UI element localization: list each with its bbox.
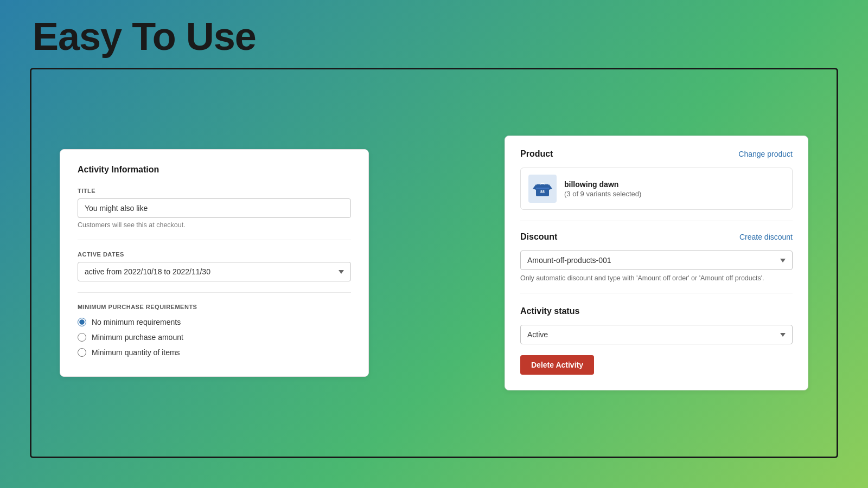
min-purchase-label: MINIMUM PURCHASE REQUIREMENTS <box>78 304 351 310</box>
radio-min-amount-input[interactable] <box>78 333 86 342</box>
product-info: billowing dawn (3 of 9 variants selected… <box>564 180 641 198</box>
delete-activity-button[interactable]: Delete Activity <box>520 355 594 375</box>
create-discount-button[interactable]: Create discount <box>739 233 793 241</box>
activity-info-title: Activity Information <box>78 165 351 175</box>
discount-note: Only automatic discount and type with 'A… <box>520 274 793 282</box>
product-section-header: Product Change product <box>520 149 793 159</box>
svg-text:88: 88 <box>540 190 545 194</box>
status-section-title: Activity status <box>520 306 579 316</box>
svg-marker-2 <box>549 184 552 190</box>
activity-information-panel: Activity Information TITLE Customers wil… <box>60 149 369 377</box>
page-title: Easy To Use <box>33 15 256 58</box>
radio-min-qty-label: Minimum quantity of items <box>92 348 180 357</box>
svg-marker-1 <box>533 184 536 190</box>
right-divider-1 <box>520 221 793 221</box>
radio-no-minimum-label: No minimum requirements <box>92 318 181 326</box>
title-input[interactable] <box>78 198 351 218</box>
radio-min-qty[interactable]: Minimum quantity of items <box>78 348 351 357</box>
product-section-title: Product <box>520 149 553 159</box>
discount-section-title: Discount <box>520 232 557 242</box>
active-dates-select[interactable]: active from 2022/10/18 to 2022/11/30 <box>78 262 351 281</box>
title-helper-text: Customers will see this at checkout. <box>78 221 351 229</box>
radio-min-amount-label: Minimum purchase amount <box>92 333 183 342</box>
discount-select[interactable]: Amount-off-products-001 <box>520 251 793 270</box>
change-product-button[interactable]: Change product <box>738 150 793 158</box>
divider-1 <box>78 240 351 240</box>
status-section-header: Activity status <box>520 306 793 316</box>
radio-no-minimum-input[interactable] <box>78 318 86 326</box>
divider-2 <box>78 292 351 293</box>
product-name: billowing dawn <box>564 180 641 189</box>
activity-status-section: Activity status Active Inactive <box>520 306 793 344</box>
right-divider-2 <box>520 293 793 293</box>
svg-rect-3 <box>536 188 549 189</box>
active-dates-label: ACTIVE DATES <box>78 251 351 258</box>
product-card: 88 billowing dawn (3 of 9 variants selec… <box>520 168 793 210</box>
product-image: 88 <box>528 175 557 203</box>
radio-min-qty-input[interactable] <box>78 348 86 357</box>
min-purchase-radio-group: No minimum requirements Minimum purchase… <box>78 318 351 357</box>
right-panel: Product Change product 88 <box>505 136 808 390</box>
activity-status-select[interactable]: Active Inactive <box>520 325 793 344</box>
title-field-label: TITLE <box>78 188 351 194</box>
content-area: Activity Information TITLE Customers wil… <box>38 76 830 450</box>
radio-min-amount[interactable]: Minimum purchase amount <box>78 333 351 342</box>
product-variants: (3 of 9 variants selected) <box>564 190 641 198</box>
radio-no-minimum[interactable]: No minimum requirements <box>78 318 351 326</box>
discount-section-header: Discount Create discount <box>520 232 793 242</box>
